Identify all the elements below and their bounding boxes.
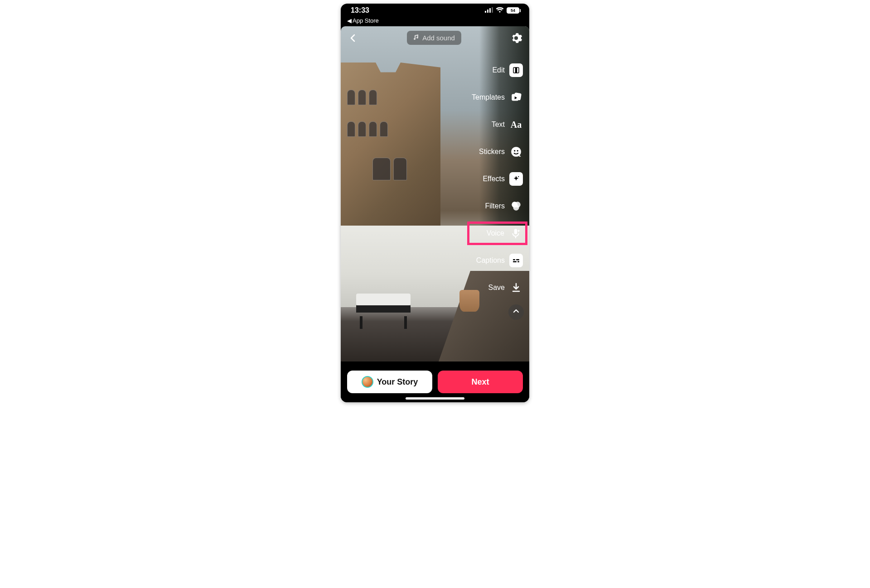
sidebar-item-label: Edit xyxy=(492,66,505,74)
cellular-icon xyxy=(485,6,493,14)
text-icon: Aa xyxy=(509,118,523,131)
bottom-bar: Your Story Next xyxy=(341,361,529,402)
templates-icon xyxy=(509,91,523,104)
chevron-up-icon xyxy=(512,308,520,317)
svg-rect-5 xyxy=(515,67,517,73)
svg-point-9 xyxy=(514,150,515,151)
svg-rect-1 xyxy=(487,10,488,13)
sidebar-item-label: Captions xyxy=(476,256,505,265)
svg-rect-2 xyxy=(489,8,491,13)
collapse-sidebar-button[interactable] xyxy=(508,304,524,320)
svg-rect-0 xyxy=(485,11,486,13)
settings-button[interactable] xyxy=(509,31,523,45)
preview-bench xyxy=(356,294,411,321)
wifi-icon xyxy=(496,6,504,14)
svg-point-11 xyxy=(518,176,519,177)
status-bar: 13:33 54 xyxy=(341,4,529,17)
stickers-icon xyxy=(509,145,523,159)
phone-frame: 13:33 54 ◀ App Store xyxy=(341,4,529,402)
avatar xyxy=(362,376,373,388)
tool-sidebar: Edit Templates Text Aa Stickers xyxy=(470,63,525,320)
sidebar-item-label: Stickers xyxy=(479,148,505,156)
sidebar-item-text[interactable]: Text Aa xyxy=(470,117,525,132)
filters-icon xyxy=(509,199,523,213)
sidebar-item-edit[interactable]: Edit xyxy=(470,63,525,78)
preview-building xyxy=(341,63,440,226)
sidebar-item-save[interactable]: Save xyxy=(470,280,525,295)
status-right-cluster: 54 xyxy=(485,6,519,14)
svg-rect-15 xyxy=(514,229,517,234)
battery-icon: 54 xyxy=(507,7,519,14)
effects-icon xyxy=(509,172,523,186)
add-sound-label: Add sound xyxy=(422,34,455,42)
sidebar-item-label: Effects xyxy=(483,175,505,183)
your-story-button[interactable]: Your Story xyxy=(347,371,432,393)
next-label: Next xyxy=(471,377,489,387)
sidebar-item-templates[interactable]: Templates xyxy=(470,90,525,105)
back-to-app-label: App Store xyxy=(353,17,379,24)
music-note-icon xyxy=(413,34,420,42)
edit-icon xyxy=(509,63,523,77)
sidebar-item-label: Text xyxy=(492,120,505,129)
sidebar-item-label: Filters xyxy=(485,202,505,210)
sidebar-item-stickers[interactable]: Stickers xyxy=(470,144,525,159)
voice-icon xyxy=(509,227,522,240)
battery-percent: 54 xyxy=(511,8,515,13)
svg-point-14 xyxy=(513,205,519,211)
back-to-app-button[interactable]: ◀ App Store xyxy=(341,17,529,27)
video-preview[interactable]: Add sound Edit Templates Text xyxy=(341,26,529,361)
svg-rect-18 xyxy=(516,259,519,260)
svg-rect-3 xyxy=(492,7,493,13)
sidebar-item-captions[interactable]: Captions xyxy=(470,253,525,268)
sidebar-item-label: Voice xyxy=(487,229,504,237)
svg-rect-20 xyxy=(517,261,519,263)
your-story-label: Your Story xyxy=(377,377,418,387)
svg-rect-17 xyxy=(513,259,515,260)
save-icon xyxy=(509,281,523,294)
svg-rect-19 xyxy=(513,261,517,263)
sidebar-item-effects[interactable]: Effects xyxy=(470,171,525,187)
status-time: 13:33 xyxy=(351,6,369,14)
top-controls: Add sound xyxy=(341,31,529,45)
next-button[interactable]: Next xyxy=(438,371,523,393)
sidebar-item-label: Save xyxy=(488,284,505,292)
sidebar-item-label: Templates xyxy=(472,93,505,101)
sidebar-item-voice[interactable]: Voice xyxy=(467,222,527,245)
back-caret-icon: ◀ xyxy=(347,17,352,24)
svg-point-8 xyxy=(511,147,521,157)
svg-point-10 xyxy=(517,150,518,151)
home-indicator[interactable] xyxy=(406,397,464,400)
captions-icon xyxy=(509,254,523,267)
back-button[interactable] xyxy=(347,32,359,44)
add-sound-button[interactable]: Add sound xyxy=(407,31,461,45)
sidebar-item-filters[interactable]: Filters xyxy=(470,198,525,214)
